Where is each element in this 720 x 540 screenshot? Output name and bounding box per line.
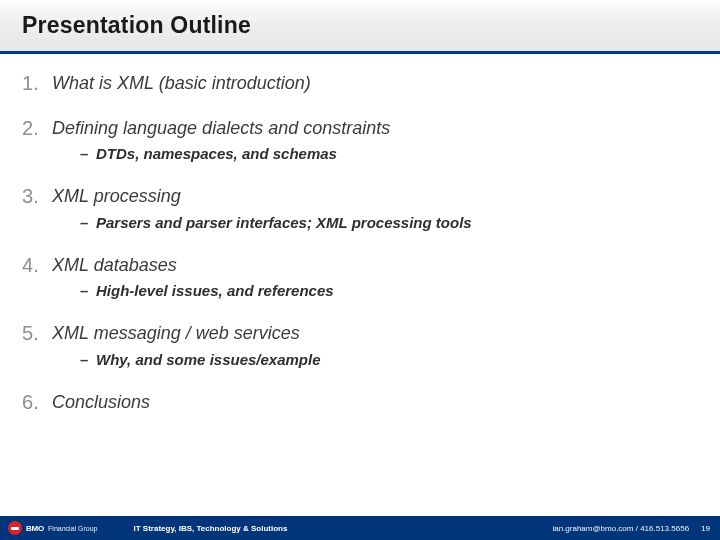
title-bar: Presentation Outline	[0, 0, 720, 54]
footer-bar: BMO Financial Group IT Strategy, IBS, Te…	[0, 516, 720, 540]
outline-sublist: Why, and some issues/example	[52, 351, 698, 369]
outline-item-1: What is XML (basic introduction)	[44, 72, 698, 95]
outline-subitem-text: DTDs, namespaces, and schemas	[96, 145, 337, 162]
outline-item-text: Defining language dialects and constrain…	[52, 118, 390, 138]
outline-item-text: Conclusions	[52, 392, 150, 412]
slide-body: What is XML (basic introduction) Definin…	[0, 54, 720, 413]
outline-sublist: DTDs, namespaces, and schemas	[52, 145, 698, 163]
outline-subitem: High-level issues, and references	[80, 282, 698, 300]
footer-department: IT Strategy, IBS, Technology & Solutions	[134, 524, 288, 533]
outline-subitem: Why, and some issues/example	[80, 351, 698, 369]
outline-item-5: XML messaging / web services Why, and so…	[44, 322, 698, 369]
outline-item-2: Defining language dialects and constrain…	[44, 117, 698, 164]
outline-item-6: Conclusions	[44, 391, 698, 414]
outline-item-text: XML processing	[52, 186, 181, 206]
outline-item-text: XML messaging / web services	[52, 323, 300, 343]
outline-subitem-text: Parsers and parser interfaces; XML proce…	[96, 214, 472, 231]
outline-subitem-text: High-level issues, and references	[96, 282, 334, 299]
outline-list: What is XML (basic introduction) Definin…	[22, 72, 698, 413]
outline-sublist: High-level issues, and references	[52, 282, 698, 300]
outline-item-text: What is XML (basic introduction)	[52, 73, 311, 93]
slide-title: Presentation Outline	[0, 12, 251, 39]
footer-contact: ian.graham@bmo.com / 416.513.5656	[552, 524, 701, 533]
outline-subitem: DTDs, namespaces, and schemas	[80, 145, 698, 163]
bmo-roundel-icon	[8, 521, 22, 535]
footer-page-number: 19	[701, 524, 720, 533]
brand-logo: BMO Financial Group	[0, 521, 98, 535]
outline-subitem: Parsers and parser interfaces; XML proce…	[80, 214, 698, 232]
outline-sublist: Parsers and parser interfaces; XML proce…	[52, 214, 698, 232]
outline-item-4: XML databases High-level issues, and ref…	[44, 254, 698, 301]
brand-name: BMO	[26, 524, 44, 533]
outline-subitem-text: Why, and some issues/example	[96, 351, 321, 368]
outline-item-text: XML databases	[52, 255, 177, 275]
brand-subname: Financial Group	[48, 525, 97, 532]
outline-item-3: XML processing Parsers and parser interf…	[44, 185, 698, 232]
